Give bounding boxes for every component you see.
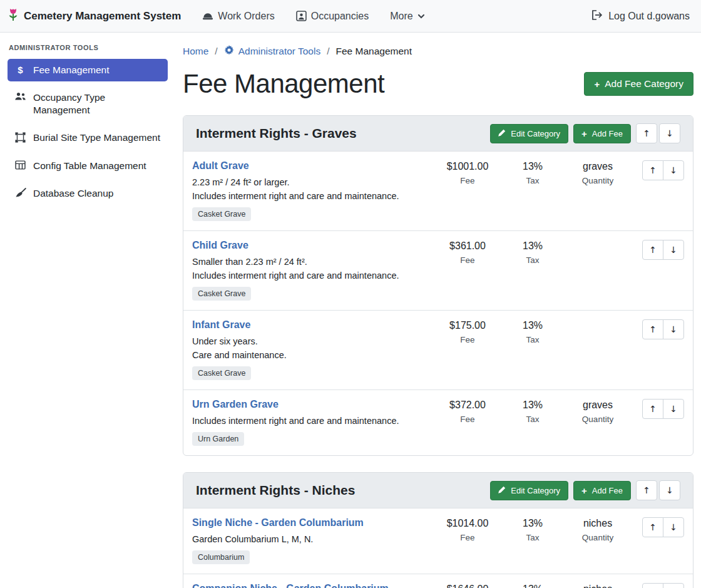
nav-work-orders[interactable]: Work Orders xyxy=(202,11,274,22)
fee-row: Companion Niche - Garden Columbarium Gar… xyxy=(183,574,693,588)
fee-name-link[interactable]: Single Niche - Garden Columbarium xyxy=(192,517,364,529)
breadcrumb-admin-tools-label: Administrator Tools xyxy=(238,46,321,57)
move-fee-down-button[interactable]: ↓ xyxy=(663,319,684,339)
fee-type-badge: Casket Grave xyxy=(192,207,251,221)
sidebar-item-occupancy-type[interactable]: Occupancy Type Management xyxy=(8,86,168,121)
tax-label: Tax xyxy=(503,335,563,344)
logout-icon xyxy=(591,10,603,23)
logout-link[interactable]: Log Out d.gowans xyxy=(591,10,690,23)
fee-description: Under six years. xyxy=(192,336,432,346)
fee-type-badge: Casket Grave xyxy=(192,287,251,301)
sidebar-item-config-table[interactable]: Config Table Management xyxy=(8,155,168,177)
quantity-label: Quantity xyxy=(563,176,633,185)
add-fee-button[interactable]: + Add Fee xyxy=(573,124,631,143)
nav-work-orders-label: Work Orders xyxy=(218,11,274,22)
move-fee-down-button[interactable]: ↓ xyxy=(663,583,684,588)
tax-amount: 13% xyxy=(503,584,563,588)
move-fee-down-button[interactable]: ↓ xyxy=(663,240,684,260)
fee-name-link[interactable]: Infant Grave xyxy=(192,319,250,331)
move-fee-up-button[interactable]: ↑ xyxy=(642,240,663,260)
move-fee-up-button[interactable]: ↑ xyxy=(642,319,663,339)
fee-amount: $372.00 xyxy=(432,400,503,411)
sidebar-item-burial-site-type[interactable]: Burial Site Type Management xyxy=(8,126,168,149)
move-fee-down-button[interactable]: ↓ xyxy=(663,517,684,537)
move-fee-up-button[interactable]: ↑ xyxy=(642,160,663,180)
move-fee-up-button[interactable]: ↑ xyxy=(642,583,663,588)
category-card-niches: Interment Rights - Niches Edit Category … xyxy=(183,472,693,588)
move-fee-down-button[interactable]: ↓ xyxy=(663,160,684,180)
tax-label: Tax xyxy=(503,176,563,185)
fee-amount: $1646.00 xyxy=(432,584,503,588)
sidebar-item-label: Occupancy Type Management xyxy=(33,91,161,116)
fee-description: Includes interment right and care and ma… xyxy=(192,191,432,201)
fee-row: Adult Grave 2.23 m² / 24 ft² or larger. … xyxy=(183,152,693,231)
fee-name-link[interactable]: Adult Grave xyxy=(192,160,249,172)
move-fee-down-button[interactable]: ↓ xyxy=(663,399,684,419)
fee-description: Includes interment right and care and ma… xyxy=(192,416,432,426)
tax-label: Tax xyxy=(503,255,563,265)
edit-category-button[interactable]: Edit Category xyxy=(490,481,568,500)
chevron-down-icon xyxy=(417,13,425,20)
move-category-up-button[interactable]: ↑ xyxy=(636,480,657,500)
sidebar: ADMINISTRATOR TOOLS $ Fee Management Occ… xyxy=(0,33,175,588)
plus-icon: + xyxy=(581,129,587,138)
breadcrumb-admin-tools-link[interactable]: Administrator Tools xyxy=(224,45,321,58)
brand-title: Cemetery Management System xyxy=(24,10,181,23)
fee-type-badge: Casket Grave xyxy=(192,366,251,380)
tax-label: Tax xyxy=(503,415,563,424)
category-title: Interment Rights - Graves xyxy=(196,126,490,141)
main-content: Home / Administrator Tools / Fee Managem… xyxy=(175,33,701,588)
nav-occupancies-label: Occupancies xyxy=(311,11,369,22)
fee-row: Child Grave Smaller than 2.23 m² / 24 ft… xyxy=(183,231,693,311)
quantity-unit: niches xyxy=(563,584,633,588)
pencil-icon xyxy=(498,129,506,138)
move-fee-up-button[interactable]: ↑ xyxy=(642,517,663,537)
edit-category-label: Edit Category xyxy=(511,486,560,495)
sidebar-item-label: Burial Site Type Management xyxy=(33,132,160,144)
brand-link[interactable]: Cemetery Management System xyxy=(8,8,181,24)
move-category-down-button[interactable]: ↓ xyxy=(659,123,680,143)
table-icon xyxy=(14,160,26,170)
fee-description: 2.23 m² / 24 ft² or larger. xyxy=(192,177,432,187)
fee-description: Garden Columbarium L, M, N. xyxy=(192,534,432,544)
sidebar-item-fee-management[interactable]: $ Fee Management xyxy=(8,59,168,81)
add-fee-label: Add Fee xyxy=(592,486,623,495)
plus-icon: + xyxy=(581,486,587,495)
nav-occupancies[interactable]: Occupancies xyxy=(296,11,369,22)
category-title: Interment Rights - Niches xyxy=(196,483,490,498)
pencil-icon xyxy=(498,486,506,495)
dollar-icon: $ xyxy=(14,64,26,76)
fee-label: Fee xyxy=(432,176,503,185)
fee-name-link[interactable]: Companion Niche - Garden Columbarium xyxy=(192,583,389,588)
gear-icon xyxy=(224,45,234,58)
person-frame-icon xyxy=(296,11,307,21)
add-fee-category-label: Add Fee Category xyxy=(605,78,683,90)
fee-row: Urn Garden Grave Includes interment righ… xyxy=(183,390,693,455)
add-fee-button[interactable]: + Add Fee xyxy=(573,481,631,500)
category-card-graves: Interment Rights - Graves Edit Category … xyxy=(183,115,693,456)
fee-description: Includes interment right and care and ma… xyxy=(192,271,432,281)
edit-category-button[interactable]: Edit Category xyxy=(490,124,568,143)
top-navbar: Cemetery Management System Work Orders O… xyxy=(0,0,701,33)
people-icon xyxy=(14,92,26,101)
sidebar-item-database-cleanup[interactable]: Database Cleanup xyxy=(8,182,168,205)
fee-amount: $175.00 xyxy=(432,320,503,331)
hard-hat-icon xyxy=(202,11,213,21)
move-category-up-button[interactable]: ↑ xyxy=(636,123,657,143)
fee-name-link[interactable]: Urn Garden Grave xyxy=(192,399,279,410)
add-fee-category-button[interactable]: + Add Fee Category xyxy=(584,72,693,96)
vector-square-icon xyxy=(14,132,26,143)
fee-name-link[interactable]: Child Grave xyxy=(192,240,248,251)
breadcrumb-current: Fee Management xyxy=(336,46,412,57)
nav-more[interactable]: More xyxy=(390,11,424,22)
fee-type-badge: Columbarium xyxy=(192,550,250,564)
move-fee-up-button[interactable]: ↑ xyxy=(642,399,663,419)
sidebar-item-label: Fee Management xyxy=(33,64,110,76)
move-category-down-button[interactable]: ↓ xyxy=(659,480,680,500)
breadcrumb: Home / Administrator Tools / Fee Managem… xyxy=(183,45,693,58)
tax-label: Tax xyxy=(503,533,563,542)
breadcrumb-home-link[interactable]: Home xyxy=(183,46,208,57)
tax-amount: 13% xyxy=(503,240,563,252)
fee-amount: $361.00 xyxy=(432,240,503,252)
fee-description: Care and maintenance. xyxy=(192,350,432,360)
